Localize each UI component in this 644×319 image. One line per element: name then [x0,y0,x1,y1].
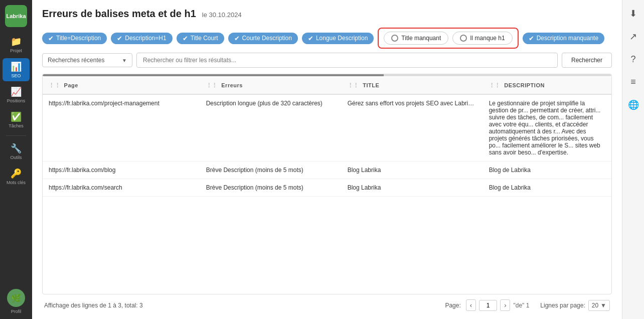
page-header: Erreurs de balises meta et de h1 le 30.1… [42,8,612,20]
chip-label: Description manquante [537,35,598,42]
scroll-indicator [43,74,611,76]
col-erreurs: ⋮⋮ Erreurs [200,77,342,94]
chevron-down-icon: ▼ [600,302,606,309]
col-label: Page [64,82,78,88]
chip-label: Longue Description [316,35,368,42]
chip-longue-desc[interactable]: ✔ Longue Description [302,33,374,44]
chip-label: Title=Description [56,35,101,42]
col-label: DESCRIPTION [504,82,545,88]
chip-radio-label: Title manquant [401,35,441,42]
sort-icon[interactable]: ⋮⋮ [489,82,501,88]
page-input[interactable] [479,300,497,311]
cell-title: Blog Labrika [342,162,483,179]
page-title: Erreurs de balises meta et de h1 [42,8,196,20]
filters-row: ✔ Title=Description ✔ Description=H1 ✔ T… [42,28,612,49]
sidebar-item-label: Outils [10,155,22,160]
sort-icon[interactable]: ⋮⋮ [348,82,359,88]
highlighted-filter-box: Title manquant Il manque h1 [378,28,518,49]
help-icon[interactable]: ? [628,52,637,67]
sidebar-item-outils[interactable]: 🔧 Outils [3,140,30,163]
chip-title-court[interactable]: ✔ Title Court [177,33,224,44]
next-page-button[interactable]: › [500,299,510,311]
col-page: ⋮⋮ Page [43,77,200,94]
search-row: Recherches récentes ▼ Rechercher [42,53,612,68]
avatar[interactable]: 🌿 [7,289,25,307]
chip-courte-desc[interactable]: ✔ Courte Description [228,33,298,44]
table-wrapper[interactable]: ⋮⋮ Page ⋮⋮ Erreurs ⋮⋮ TITLE ⋮⋮ DESCRIPTI… [42,74,612,294]
sort-icon[interactable]: ⋮⋮ [206,82,218,88]
cell-description: Blog de Labrika [483,179,611,197]
sidebar: Labrika 📁 Projet 📊 SEO 📈 Positions ✅ Tâc… [0,0,32,319]
page-of: "de" 1 [513,302,529,309]
share-icon[interactable]: ↗ [627,29,639,44]
page-label: Page: [445,302,460,309]
projet-icon: 📁 [11,36,22,47]
col-description: ⋮⋮ DESCRIPTION [483,77,611,94]
chip-desc-eq-h1[interactable]: ✔ Description=H1 [111,33,172,44]
seo-icon: 📊 [11,61,22,72]
cell-description: Le gestionnaire de projet simplifie la g… [483,94,611,162]
sort-icon[interactable]: ⋮⋮ [49,82,60,88]
rows-value: 20 [592,302,598,309]
table-row: https://fr.labrika.com/blogBrève Descrip… [43,162,611,179]
menu-icon[interactable]: ≡ [628,75,638,89]
sidebar-item-label: Projet [10,48,22,53]
col-label: Erreurs [221,82,243,88]
chip-desc-manquante[interactable]: ✔ Description manquante [523,33,604,44]
check-icon: ✔ [234,35,240,42]
mots-cles-icon: 🔑 [11,168,22,179]
sidebar-logo[interactable]: Labrika [5,5,27,27]
chevron-down-icon: ▼ [122,58,127,63]
search-input[interactable] [136,53,558,68]
sidebar-item-label: Tâches [9,123,24,128]
sidebar-item-mots-cles[interactable]: 🔑 Mots clés [3,165,30,188]
taches-icon: ✅ [11,111,22,122]
check-icon: ✔ [308,35,313,42]
sidebar-item-projet[interactable]: 📁 Projet [3,33,30,56]
sidebar-item-positions[interactable]: 📈 Positions [3,83,30,106]
search-dropdown-label: Recherches récentes [48,57,119,64]
search-button[interactable]: Rechercher [562,53,612,68]
prev-page-button[interactable]: ‹ [466,299,476,311]
download-icon[interactable]: ⬇ [627,6,639,21]
positions-icon: 📈 [11,86,22,97]
chip-label: Title Court [191,35,218,42]
sidebar-item-seo[interactable]: 📊 SEO [3,58,30,81]
right-bar: ⬇ ↗ ? ≡ 🌐 [622,0,644,319]
chip-radio-label: Il manque h1 [470,35,505,42]
main-content: Erreurs de balises meta et de h1 le 30.1… [32,0,622,319]
cell-description: Blog de Labrika [483,162,611,179]
cell-page: https://fr.labrika.com/project-managemen… [43,94,200,162]
table-row: https://fr.labrika.com/project-managemen… [43,94,611,162]
check-icon: ✔ [48,35,54,42]
radio-icon [391,35,398,42]
profile-label: Profil [11,309,22,314]
cell-page: https://fr.labrika.com/blog [43,162,200,179]
sidebar-item-label: Positions [7,98,26,103]
rows-per-page-select[interactable]: 20 ▼ [588,300,610,311]
sidebar-item-taches[interactable]: ✅ Tâches [3,108,30,131]
sidebar-profile[interactable]: 🌿 Profil [7,289,25,314]
table-row: https://fr.labrika.com/searchBrève Descr… [43,179,611,197]
sidebar-item-label: SEO [11,73,21,78]
cell-erreurs: Brève Description (moins de 5 mots) [200,162,342,179]
chip-title-manquant[interactable]: Title manquant [384,32,448,45]
col-label: TITLE [363,82,379,88]
cell-title: Blog Labrika [342,179,483,197]
sidebar-item-label: Mots clés [7,180,26,185]
check-icon: ✔ [117,35,122,42]
chip-title-eq-desc[interactable]: ✔ Title=Description [42,33,107,44]
table-footer: Affichage des lignes de 1 à 3, total: 3 … [42,294,612,311]
pagination-info: Affichage des lignes de 1 à 3, total: 3 [44,302,143,309]
radio-icon [460,35,467,42]
table-header-row: ⋮⋮ Page ⋮⋮ Erreurs ⋮⋮ TITLE ⋮⋮ DESCRIPTI… [43,77,611,94]
sidebar-divider [6,135,26,136]
outils-icon: 🔧 [11,143,22,154]
globe-icon[interactable]: 🌐 [626,97,641,112]
results-table: ⋮⋮ Page ⋮⋮ Erreurs ⋮⋮ TITLE ⋮⋮ DESCRIPTI… [43,77,611,197]
check-icon: ✔ [183,35,188,42]
search-dropdown[interactable]: Recherches récentes ▼ [42,53,132,67]
col-title: ⋮⋮ TITLE [342,77,483,94]
chip-label: Courte Description [242,35,292,42]
chip-il-manque-h1[interactable]: Il manque h1 [452,32,512,45]
